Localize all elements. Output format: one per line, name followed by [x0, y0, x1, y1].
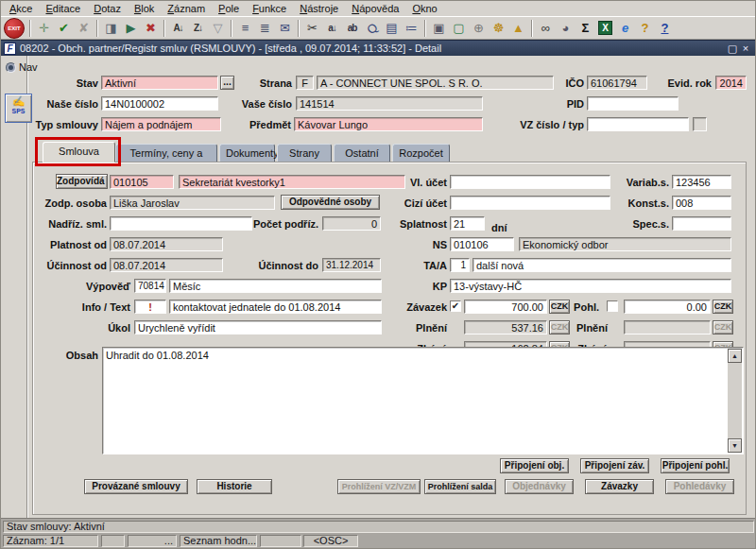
ucinnost-do-field[interactable]: 31.12.2014: [322, 258, 381, 272]
konst-s-field[interactable]: 008: [672, 196, 731, 210]
spec-s-field[interactable]: [672, 216, 731, 231]
provazane-smlouvy-button[interactable]: Provázané smlouvy: [84, 479, 188, 494]
vz-typ-field[interactable]: [693, 117, 707, 131]
pohl-checkbox[interactable]: [607, 300, 618, 312]
menu-dotaz[interactable]: Dotaz: [87, 2, 128, 15]
insert-record-icon[interactable]: ✛: [34, 19, 54, 38]
excel-icon[interactable]: X: [595, 19, 615, 38]
ns-name-field[interactable]: Ekonomický odbor: [519, 237, 731, 251]
tab-strany[interactable]: Strany: [277, 144, 332, 163]
nav-radio[interactable]: [6, 62, 16, 73]
ns-code-field[interactable]: 010106: [450, 237, 514, 251]
historie-button[interactable]: Historie: [197, 479, 272, 494]
cizi-ucet-field[interactable]: [450, 196, 610, 210]
scroll-up-icon[interactable]: ▲: [728, 349, 742, 363]
help-icon[interactable]: ?: [655, 19, 675, 38]
evid-rok-field[interactable]: 2014: [715, 76, 747, 90]
variab-s-field[interactable]: 123456: [672, 175, 731, 189]
cut-icon[interactable]: ✂: [302, 19, 322, 38]
zavazek-checkbox[interactable]: ✔: [450, 300, 461, 312]
platnost-od-field[interactable]: 08.07.2014: [110, 237, 223, 251]
tree-icon[interactable]: ≔: [402, 19, 421, 38]
nadriz-sml-field[interactable]: [110, 216, 252, 231]
pohledavky-button[interactable]: Pohledávky: [665, 479, 734, 494]
zodpovida-ns-code-field[interactable]: 010105: [110, 175, 174, 189]
sort-desc-icon[interactable]: Z↓: [188, 19, 208, 38]
pid-field[interactable]: [587, 96, 679, 111]
zodpovida-ns-button[interactable]: Zodpovídá NS: [56, 174, 108, 189]
tab-ostatni[interactable]: Ostatní: [334, 144, 390, 163]
pripojeni-obj-button[interactable]: Připojení obj.: [500, 458, 569, 473]
zavazek-amount-field[interactable]: 700.00: [464, 300, 547, 314]
zavazek-czk-button[interactable]: CZK: [549, 300, 570, 314]
menu-okno[interactable]: Okno: [405, 2, 443, 15]
explorer-icon[interactable]: e: [615, 19, 635, 38]
menu-akce[interactable]: Akce: [3, 2, 39, 15]
scroll-down-icon[interactable]: ▼: [728, 438, 742, 453]
plneni-czk-button[interactable]: CZK: [549, 320, 570, 335]
zodpovida-ns-name-field[interactable]: Sekretariát kvestorky1: [179, 175, 405, 189]
stav-lov-button[interactable]: ...: [220, 76, 234, 90]
ucinnost-od-field[interactable]: 08.07.2014: [110, 258, 223, 272]
pyramid-icon[interactable]: ▲: [508, 19, 528, 38]
clear-record-icon[interactable]: ✘: [74, 19, 94, 38]
pocet-podriz-field[interactable]: 0: [322, 216, 381, 231]
cancel-query-icon[interactable]: ✖: [141, 19, 161, 38]
ukol-field[interactable]: Urychleně vyřídit: [134, 320, 382, 335]
exit-button[interactable]: EXIT: [4, 18, 25, 39]
help-premium-icon[interactable]: ?: [635, 19, 655, 38]
menu-editace[interactable]: Editace: [39, 2, 87, 15]
splatnost-field[interactable]: 21: [450, 216, 485, 231]
gauge-icon[interactable]: ◕: [556, 19, 576, 38]
tab-rozpocet[interactable]: Rozpočet: [392, 144, 450, 163]
tab-dokumenty[interactable]: Dokumenty: [219, 144, 275, 163]
tab-terminy[interactable]: Termíny, ceny a činnosti: [115, 144, 217, 163]
ico-field[interactable]: 61061794: [587, 76, 647, 90]
typ-smlouvy-field[interactable]: Nájem a podnájem: [101, 117, 221, 131]
vz-cislo-field[interactable]: [587, 117, 689, 131]
prohlizeni-vz-button[interactable]: Prohlížení VZ/VZM: [337, 479, 421, 494]
vase-cislo-field[interactable]: 141514: [296, 96, 483, 111]
prohlizeni-salda-button[interactable]: Prohlížení salda: [424, 479, 496, 494]
obsah-scrollbar[interactable]: ▲ ▼: [728, 349, 742, 453]
save-icon[interactable]: ✔: [54, 19, 74, 38]
nase-cislo-field[interactable]: 14N0100002: [101, 96, 218, 111]
info-text-field[interactable]: kontaktovat jednatele do 01.08.2014: [169, 300, 382, 314]
enter-query-icon[interactable]: ◨: [101, 19, 121, 38]
pohl-czk-button[interactable]: CZK: [713, 300, 733, 314]
kp-field[interactable]: 13-výstavy-HČ: [450, 279, 731, 293]
wheel-icon[interactable]: ☸: [489, 19, 508, 38]
pripojeni-pohl-button[interactable]: Připojení pohl.: [661, 458, 730, 473]
card-icon[interactable]: ▢: [449, 19, 469, 38]
zavazky-button[interactable]: Závazky: [585, 479, 654, 494]
menu-napoveda[interactable]: Nápověda: [345, 2, 405, 15]
pripojeni-zav-button[interactable]: Připojení záv.: [580, 458, 649, 473]
pohl-amount-field[interactable]: 0.00: [624, 300, 711, 314]
vypoved-code-field[interactable]: 70814: [134, 279, 166, 293]
close-window-icon[interactable]: ×: [739, 43, 752, 55]
vypoved-field[interactable]: Měsíc: [169, 279, 382, 293]
menu-zaznam[interactable]: Záznam: [161, 2, 212, 15]
vl-ucet-field[interactable]: [450, 175, 610, 189]
menu-funkce[interactable]: Funkce: [246, 2, 293, 15]
predmet-field[interactable]: Kávovar Lungo: [294, 117, 483, 131]
copy-icon[interactable]: a↓: [322, 19, 342, 38]
execute-query-icon[interactable]: ▶: [121, 19, 141, 38]
stav-field[interactable]: Aktivní: [101, 76, 218, 90]
menu-blok[interactable]: Blok: [128, 2, 161, 15]
objednavky-button[interactable]: Objednávky: [505, 479, 574, 494]
print-setup-icon[interactable]: ≣: [255, 19, 275, 38]
zodp-osoba-field[interactable]: Liška Jaroslav: [110, 196, 275, 210]
sigma-icon[interactable]: Σ: [576, 19, 595, 38]
tab-smlouva[interactable]: Smlouva: [43, 142, 115, 163]
plneni2-amount-field[interactable]: [624, 320, 711, 335]
strana-name-field[interactable]: A - CONNECT UNE SPOL. S R. O.: [317, 76, 554, 90]
taa-code-field[interactable]: 1: [450, 258, 470, 272]
odpovedne-osoby-button[interactable]: Odpovědné osoby: [281, 195, 380, 210]
glasses-icon[interactable]: ∞: [536, 19, 556, 38]
strana-code-field[interactable]: F: [296, 76, 314, 90]
globe-icon[interactable]: ⊕: [469, 19, 489, 38]
restore-window-icon[interactable]: ▢: [726, 43, 739, 55]
filter-icon[interactable]: ▽: [208, 19, 228, 38]
obsah-textarea[interactable]: Uhradit do 01.08.2014 ▲ ▼: [102, 347, 744, 455]
